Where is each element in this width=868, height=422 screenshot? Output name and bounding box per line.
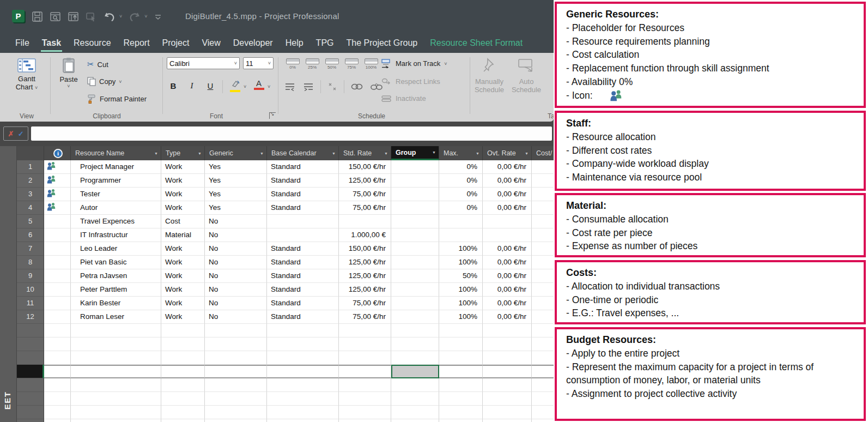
row-number[interactable]: 11 [17,297,44,310]
percent-complete-50-button[interactable]: 50% [323,58,341,70]
cell-name[interactable] [71,337,161,351]
cell-cost[interactable] [532,283,554,297]
row-number[interactable] [17,419,44,422]
cell-indicator[interactable] [44,337,71,351]
cell-ovt_rate[interactable]: 0,00 €/hr [483,269,532,283]
cell-std_rate[interactable] [339,392,391,406]
cell-std_rate[interactable]: 1.000,00 € [339,228,391,242]
cell-indicator[interactable] [44,188,71,201]
cell-generic[interactable] [205,419,267,422]
tab-tpg[interactable]: TPG [316,38,334,48]
cell-type[interactable]: Work [161,160,205,174]
cell-type[interactable]: Work [161,256,205,269]
cell-std_rate[interactable] [339,365,391,378]
cell-cost[interactable] [532,310,554,324]
cell-max[interactable] [439,365,483,378]
cell-base_calendar[interactable] [267,337,339,351]
cell-cost[interactable] [532,378,554,392]
cell-cost[interactable] [532,324,554,337]
cell-type[interactable]: Work [161,269,205,283]
unlink-tasks-icon[interactable] [371,82,383,91]
cell-indicator[interactable] [44,297,71,310]
select-all-corner[interactable] [17,146,44,160]
cell-std_rate[interactable]: 75,00 €/hr [339,188,391,201]
cell-group[interactable] [391,365,439,378]
cell-ovt_rate[interactable] [483,378,532,392]
cell-name[interactable] [71,378,161,392]
cell-max[interactable]: 0% [439,201,483,215]
cell-std_rate[interactable] [339,337,391,351]
cell-cost[interactable] [532,406,554,419]
cell-max[interactable]: 0% [439,160,483,174]
row-number[interactable] [17,406,44,419]
cell-generic[interactable]: No [205,310,267,324]
cell-type[interactable] [161,351,205,365]
cell-cost[interactable] [532,201,554,215]
cell-group[interactable] [391,297,439,310]
cell-type[interactable]: Work [161,242,205,256]
cell-cost[interactable] [532,297,554,310]
cell-max[interactable]: 100% [439,242,483,256]
cell-indicator[interactable] [44,310,71,324]
cell-indicator[interactable] [44,378,71,392]
format-painter-button[interactable]: Format Painter [87,94,147,104]
cell-indicator[interactable] [44,242,71,256]
cell-generic[interactable] [205,406,267,419]
cell-group[interactable] [391,201,439,215]
cell-indicator[interactable] [44,324,71,337]
row-number[interactable]: 10 [17,283,44,297]
cell-base_calendar[interactable]: Standard [267,174,339,188]
filter-arrow-icon[interactable]: ▼ [258,152,264,155]
cell-group[interactable] [391,351,439,365]
cell-name[interactable]: Project Manager [71,160,161,174]
tab-task[interactable]: Task [42,38,61,48]
row-number[interactable] [17,351,44,365]
cell-name[interactable]: Programmer [71,174,161,188]
cell-ovt_rate[interactable]: 0,00 €/hr [483,160,532,174]
cell-cost[interactable] [532,242,554,256]
entry-input[interactable] [31,126,552,141]
cell-max[interactable] [439,419,483,422]
row-number[interactable]: 8 [17,256,44,269]
cell-max[interactable] [439,337,483,351]
split-task-icon[interactable] [327,82,337,91]
cell-max[interactable] [439,215,483,228]
font-name-select[interactable]: Calibri˅ [167,57,240,69]
percent-complete-0-button[interactable]: 0% [283,58,302,70]
cell-group[interactable] [391,392,439,406]
cell-ovt_rate[interactable] [483,419,532,422]
cell-generic[interactable] [205,378,267,392]
cell-generic[interactable]: No [205,215,267,228]
cell-generic[interactable]: No [205,256,267,269]
cell-base_calendar[interactable] [267,351,339,365]
column-header-generic[interactable]: Generic▼ [205,146,267,160]
cell-std_rate[interactable]: 125,00 €/hr [339,256,391,269]
row-number[interactable]: 9 [17,269,44,283]
column-header-cost[interactable]: Cost/ [532,146,554,160]
row-number[interactable] [17,324,44,337]
cell-max[interactable]: 0% [439,188,483,201]
row-number[interactable] [17,365,44,378]
cell-ovt_rate[interactable] [483,228,532,242]
cell-name[interactable]: Roman Leser [71,310,161,324]
font-color-button[interactable]: A [253,79,265,90]
cell-type[interactable]: Work [161,201,205,215]
highlight-dropdown-icon[interactable]: ˅ [244,84,246,89]
font-dialog-launcher-icon[interactable] [269,112,276,119]
cell-max[interactable]: 100% [439,283,483,297]
cell-type[interactable] [161,324,205,337]
percent-complete-25-button[interactable]: 25% [303,58,321,70]
row-number[interactable]: 1 [17,160,44,174]
cell-type[interactable] [161,406,205,419]
cell-type[interactable]: Work [161,283,205,297]
cell-std_rate[interactable]: 75,00 €/hr [339,310,391,324]
cell-ovt_rate[interactable] [483,392,532,406]
tab-file[interactable]: File [15,38,29,48]
cell-indicator[interactable] [44,269,71,283]
cell-group[interactable] [391,215,439,228]
cell-type[interactable] [161,419,205,422]
cell-generic[interactable]: No [205,283,267,297]
cell-ovt_rate[interactable] [483,324,532,337]
cell-generic[interactable]: No [205,269,267,283]
bold-button[interactable]: B [167,81,180,91]
